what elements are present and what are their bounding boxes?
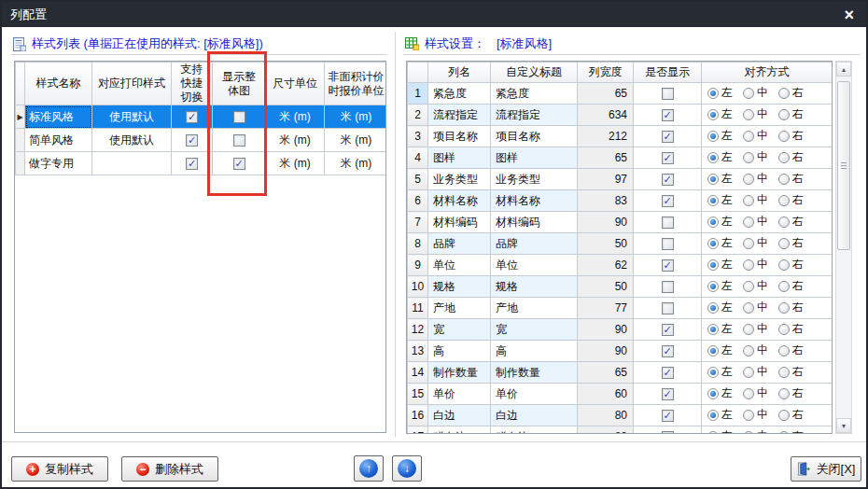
align-option-left[interactable]: 左 <box>707 128 733 144</box>
visible-cell[interactable] <box>634 362 702 384</box>
radio-icon[interactable] <box>743 217 754 228</box>
align-option-center[interactable]: 中 <box>743 85 768 101</box>
scrollbar-thumb[interactable] <box>837 81 850 250</box>
radio-selected-icon[interactable] <box>707 410 719 421</box>
column-name-cell[interactable]: 材料编码 <box>428 212 491 233</box>
visible-cell[interactable] <box>634 405 702 426</box>
radio-icon[interactable] <box>743 431 754 434</box>
column-width-cell[interactable]: 77 <box>578 298 634 319</box>
print-style-cell[interactable]: 使用默认 <box>92 129 172 152</box>
checkbox-checked-icon[interactable] <box>186 158 198 170</box>
radio-icon[interactable] <box>743 281 754 292</box>
style-row[interactable]: 做字专用米 (m)米 (m) <box>16 152 387 175</box>
radio-icon[interactable] <box>778 238 790 249</box>
quick-switch-cell[interactable] <box>172 105 213 129</box>
checkbox-checked-icon[interactable] <box>662 367 674 379</box>
style-name-cell[interactable]: 做字专用 <box>25 152 92 175</box>
visible-cell[interactable] <box>634 319 702 341</box>
size-unit-cell[interactable]: 米 (m) <box>266 129 325 152</box>
quote-unit-cell[interactable]: 米 (m) <box>325 129 387 152</box>
custom-title-cell[interactable]: 制作数量 <box>491 362 578 384</box>
align-option-left[interactable]: 左 <box>707 149 733 165</box>
custom-title-cell[interactable]: 材料名称 <box>491 190 578 212</box>
column-width-cell[interactable]: 212 <box>578 126 634 147</box>
align-option-left[interactable]: 左 <box>707 214 733 230</box>
column-width-cell[interactable]: 62 <box>578 255 634 276</box>
radio-icon[interactable] <box>778 302 790 314</box>
align-option-center[interactable]: 中 <box>743 149 768 165</box>
size-unit-cell[interactable]: 米 (m) <box>266 152 325 175</box>
radio-icon[interactable] <box>778 388 790 399</box>
custom-title-cell[interactable]: 单位 <box>491 255 578 276</box>
visible-cell[interactable] <box>634 384 702 405</box>
align-option-right[interactable]: 右 <box>778 149 804 165</box>
radio-selected-icon[interactable] <box>707 259 719 271</box>
checkbox-checked-icon[interactable] <box>662 410 674 422</box>
radio-icon[interactable] <box>778 324 790 335</box>
column-width-cell[interactable]: 97 <box>578 169 634 190</box>
custom-title-cell[interactable]: 宽 <box>491 319 578 341</box>
quote-unit-cell[interactable]: 米 (m) <box>325 105 387 129</box>
checkbox-checked-icon[interactable] <box>662 324 674 336</box>
column-name-cell[interactable]: 产地 <box>428 298 491 319</box>
column-name-cell[interactable]: 高 <box>428 341 491 362</box>
radio-icon[interactable] <box>778 109 790 120</box>
align-option-right[interactable]: 右 <box>778 385 804 401</box>
custom-title-cell[interactable]: 材料编码 <box>491 212 578 233</box>
checkbox-checked-icon[interactable] <box>662 345 674 357</box>
visible-cell[interactable] <box>634 255 702 276</box>
checkbox-checked-icon[interactable] <box>186 134 198 147</box>
align-option-left[interactable]: 左 <box>707 428 733 434</box>
align-option-left[interactable]: 左 <box>707 235 733 251</box>
visible-cell[interactable] <box>634 83 702 105</box>
column-width-cell[interactable]: 80 <box>578 426 634 435</box>
custom-title-cell[interactable]: 白边 <box>491 405 578 426</box>
checkbox-unchecked-icon[interactable] <box>233 134 245 147</box>
align-option-left[interactable]: 左 <box>707 300 733 315</box>
radio-icon[interactable] <box>743 131 754 142</box>
checkbox-unchecked-icon[interactable] <box>662 281 674 293</box>
delete-style-button[interactable]: − 删除样式 <box>121 456 218 482</box>
radio-icon[interactable] <box>778 367 790 378</box>
align-option-left[interactable]: 左 <box>707 85 733 101</box>
radio-icon[interactable] <box>743 152 754 163</box>
move-up-button[interactable]: ↑ <box>354 455 384 482</box>
radio-icon[interactable] <box>743 88 754 99</box>
radio-selected-icon[interactable] <box>707 174 719 185</box>
checkbox-unchecked-icon[interactable] <box>662 88 674 100</box>
align-option-center[interactable]: 中 <box>743 257 768 272</box>
align-option-right[interactable]: 右 <box>778 106 804 122</box>
column-name-cell[interactable]: 材料名称 <box>428 190 491 212</box>
quote-unit-cell[interactable]: 米 (m) <box>325 152 387 175</box>
radio-icon[interactable] <box>743 238 754 249</box>
align-option-left[interactable]: 左 <box>707 106 733 122</box>
align-option-center[interactable]: 中 <box>743 407 768 423</box>
radio-selected-icon[interactable] <box>707 345 719 356</box>
custom-title-cell[interactable]: 规格 <box>491 276 578 298</box>
radio-selected-icon[interactable] <box>707 88 719 99</box>
custom-title-cell[interactable]: 紧急度 <box>491 83 578 105</box>
column-name-cell[interactable]: 制作数量 <box>428 362 491 384</box>
radio-selected-icon[interactable] <box>707 388 719 399</box>
column-width-cell[interactable]: 90 <box>578 319 634 341</box>
radio-icon[interactable] <box>778 88 790 99</box>
align-option-right[interactable]: 右 <box>778 428 804 434</box>
column-name-cell[interactable]: 流程指定 <box>428 105 491 126</box>
column-width-cell[interactable]: 65 <box>578 83 634 105</box>
align-option-right[interactable]: 右 <box>778 192 804 208</box>
column-width-cell[interactable]: 50 <box>578 233 634 255</box>
custom-title-cell[interactable]: 品牌 <box>491 233 578 255</box>
radio-selected-icon[interactable] <box>707 152 719 163</box>
align-option-left[interactable]: 左 <box>707 407 733 423</box>
checkbox-unchecked-icon[interactable] <box>233 111 245 123</box>
scrollbar-down-icon[interactable]: ▼ <box>836 418 851 433</box>
align-option-right[interactable]: 右 <box>778 257 804 272</box>
align-option-center[interactable]: 中 <box>743 128 768 144</box>
radio-icon[interactable] <box>743 345 754 356</box>
column-width-cell[interactable]: 50 <box>578 276 634 298</box>
radio-icon[interactable] <box>778 345 790 356</box>
style-name-cell[interactable]: 标准风格 <box>25 105 92 129</box>
column-width-cell[interactable]: 90 <box>578 341 634 362</box>
print-style-cell[interactable]: 使用默认 <box>92 105 172 129</box>
custom-title-cell[interactable]: 图样 <box>491 147 578 169</box>
